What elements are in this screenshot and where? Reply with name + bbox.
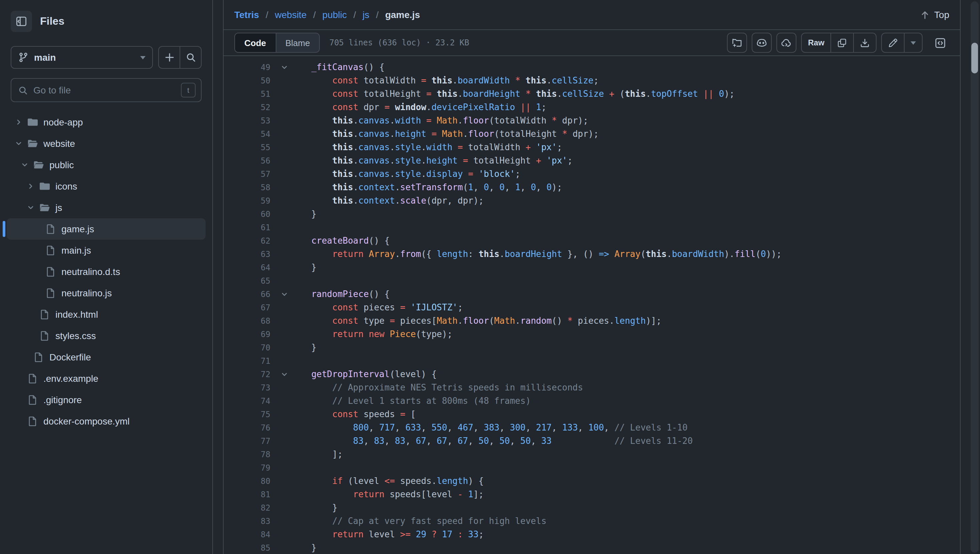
pencil-icon xyxy=(888,38,898,48)
line-number[interactable]: 68 xyxy=(224,314,278,328)
line-number[interactable]: 56 xyxy=(224,154,278,167)
sidebar-resize-handle[interactable] xyxy=(212,0,224,554)
line-number[interactable]: 69 xyxy=(224,328,278,341)
tree-item-game.js[interactable]: game.js xyxy=(7,218,205,240)
tree-item-label: icons xyxy=(56,181,77,191)
line-number[interactable]: 58 xyxy=(224,181,278,194)
line-number[interactable]: 74 xyxy=(224,395,278,408)
line-number[interactable]: 83 xyxy=(224,515,278,528)
tree-item-website[interactable]: website xyxy=(7,133,205,154)
line-number[interactable]: 72 xyxy=(224,368,278,381)
line-number[interactable]: 61 xyxy=(224,221,278,234)
codespaces-button[interactable] xyxy=(777,33,797,53)
line-number[interactable]: 64 xyxy=(224,261,278,274)
fold-spacer xyxy=(278,461,290,474)
tree-item-public[interactable]: public xyxy=(7,154,205,175)
cloud-arrow-icon xyxy=(781,37,792,48)
code-text: const dpr = window.devicePixelRatio || 1… xyxy=(290,101,546,114)
line-number[interactable]: 66 xyxy=(224,288,278,301)
line-number[interactable]: 65 xyxy=(224,274,278,288)
tree-item-index.html[interactable]: index.html xyxy=(7,304,205,325)
line-number[interactable]: 59 xyxy=(224,194,278,208)
line-number[interactable]: 78 xyxy=(224,448,278,461)
raw-button[interactable]: Raw xyxy=(802,33,830,52)
line-number[interactable]: 53 xyxy=(224,114,278,127)
code-text: ]; xyxy=(290,448,343,461)
line-number[interactable]: 54 xyxy=(224,127,278,141)
chevron-right-icon[interactable] xyxy=(13,118,24,126)
line-number[interactable]: 55 xyxy=(224,141,278,154)
copy-raw-button[interactable] xyxy=(830,33,853,52)
tree-item-icons[interactable]: icons xyxy=(7,175,205,197)
line-number[interactable]: 67 xyxy=(224,301,278,314)
line-number[interactable]: 52 xyxy=(224,101,278,114)
copilot-button[interactable] xyxy=(752,33,772,53)
goto-file-input[interactable]: Go to file t xyxy=(11,78,202,102)
code-viewer: 49 _fitCanvas() {50 const totalWidth = t… xyxy=(224,56,960,554)
fold-chevron-down-icon[interactable] xyxy=(278,61,290,74)
chevron-down-icon[interactable] xyxy=(13,140,24,148)
collapse-sidebar-button[interactable] xyxy=(11,11,32,32)
tab-blame[interactable]: Blame xyxy=(276,33,320,52)
copilot-workspace-button[interactable] xyxy=(727,33,747,53)
tab-code[interactable]: Code xyxy=(235,33,276,52)
fold-spacer xyxy=(278,248,290,261)
chevron-down-icon[interactable] xyxy=(19,161,30,169)
scroll-to-top-button[interactable]: Top xyxy=(920,10,949,20)
line-number[interactable]: 51 xyxy=(224,88,278,101)
scrollbar-track[interactable] xyxy=(970,2,978,552)
edit-options-button[interactable] xyxy=(904,33,922,52)
file-icon xyxy=(45,224,56,234)
tree-item-label: node-app xyxy=(43,117,83,127)
code-text: const totalWidth = this.boardWidth * thi… xyxy=(290,74,599,88)
line-number[interactable]: 71 xyxy=(224,354,278,368)
line-number[interactable]: 57 xyxy=(224,167,278,181)
tree-item-node-app[interactable]: node-app xyxy=(7,111,205,133)
tree-actions xyxy=(158,46,202,69)
line-number[interactable]: 84 xyxy=(224,528,278,541)
tree-item-docker-compose.yml[interactable]: docker-compose.yml xyxy=(7,411,205,432)
line-number[interactable]: 80 xyxy=(224,474,278,488)
line-number[interactable]: 63 xyxy=(224,248,278,261)
line-number[interactable]: 49 xyxy=(224,61,278,74)
line-number[interactable]: 85 xyxy=(224,541,278,554)
breadcrumb-dir-link[interactable]: public xyxy=(323,10,347,20)
scrollbar-thumb[interactable] xyxy=(971,43,978,73)
edit-file-button[interactable] xyxy=(882,33,904,52)
fold-chevron-down-icon[interactable] xyxy=(278,368,290,381)
fold-chevron-down-icon[interactable] xyxy=(278,288,290,301)
chevron-right-icon[interactable] xyxy=(25,182,36,190)
line-number[interactable]: 73 xyxy=(224,381,278,395)
tree-item-neutralino.d.ts[interactable]: neutralino.d.ts xyxy=(7,261,205,282)
tree-item-main.js[interactable]: main.js xyxy=(7,240,205,261)
download-button[interactable] xyxy=(853,33,876,52)
tree-item-js[interactable]: js xyxy=(7,197,205,218)
breadcrumb-repo-link[interactable]: Tetris xyxy=(234,10,259,20)
tree-item-.gitignore[interactable]: .gitignore xyxy=(7,389,205,411)
search-tree-button[interactable] xyxy=(180,47,201,68)
branch-selector[interactable]: main xyxy=(11,46,153,69)
breadcrumb-dir-link[interactable]: website xyxy=(275,10,307,20)
line-number[interactable]: 60 xyxy=(224,208,278,221)
code-line-58: 58 this.context.setTransform(1, 0, 0, 1,… xyxy=(224,181,960,194)
line-number[interactable]: 81 xyxy=(224,488,278,501)
breadcrumb-dir-link[interactable]: js xyxy=(363,10,369,20)
code-text: getDropInterval(level) { xyxy=(290,368,437,381)
add-file-button[interactable] xyxy=(159,47,180,68)
line-number[interactable]: 76 xyxy=(224,421,278,435)
chevron-down-icon[interactable] xyxy=(25,204,36,212)
line-number[interactable]: 70 xyxy=(224,341,278,354)
line-number[interactable]: 75 xyxy=(224,408,278,421)
tree-item-neutralino.js[interactable]: neutralino.js xyxy=(7,282,205,304)
line-number[interactable]: 79 xyxy=(224,461,278,474)
symbols-panel-button[interactable] xyxy=(931,33,949,52)
line-number[interactable]: 82 xyxy=(224,501,278,515)
tree-item-Dockerfile[interactable]: Dockerfile xyxy=(7,346,205,368)
code-text: this.canvas.style.display = 'block'; xyxy=(290,167,520,181)
line-number[interactable]: 62 xyxy=(224,234,278,248)
line-number[interactable]: 77 xyxy=(224,435,278,448)
tree-item-.env.example[interactable]: .env.example xyxy=(7,368,205,389)
tree-item-styles.css[interactable]: styles.css xyxy=(7,325,205,346)
fold-spacer xyxy=(278,314,290,328)
line-number[interactable]: 50 xyxy=(224,74,278,88)
